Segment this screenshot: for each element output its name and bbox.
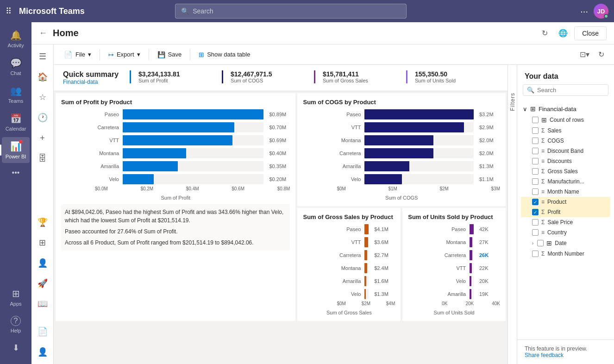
sidebar-item-apps[interactable]: ⊞ Apps [2,284,30,310]
grid-icon[interactable]: ⠿ [6,6,12,16]
share-feedback-link[interactable]: Share feedback [525,352,564,358]
avatar[interactable]: JD [594,4,608,19]
pbi-panel: Quick summary Financial-data $3,234,133.… [54,65,507,364]
yd-field-gross-sales[interactable]: Σ Gross Sales [521,166,610,176]
search-input[interactable] [193,7,401,15]
bar-label: Amarilla [436,291,466,297]
yd-field-country[interactable]: ≡ Country [521,227,610,238]
more-options-icon[interactable]: ··· [580,6,588,17]
yd-search-input[interactable] [537,87,614,94]
grid-nav-icon[interactable]: ⊞ [34,234,51,251]
bookmark-nav-icon[interactable]: ☆ [34,89,51,106]
people-nav-icon[interactable]: 👤 [34,255,51,271]
clock-nav-icon[interactable]: 🕐 [34,109,51,126]
apps-icon: ⊞ [12,288,20,299]
field-label: Sales [547,127,561,134]
date-checkbox[interactable] [537,240,544,246]
home-nav-icon[interactable]: 🏠 [34,69,51,85]
user-nav-icon[interactable]: 👤 [34,344,51,360]
yd-field-sales[interactable]: Σ Sales [521,126,610,136]
bar-value: 27K [479,239,500,245]
toolbar: 📄 File ▾ ↦ Export ▾ 💾 Save [54,44,614,65]
book-nav-icon[interactable]: 📖 [34,295,51,312]
yd-field-month-name[interactable]: ≡ Month Name [521,187,610,197]
yd-field-count[interactable]: ⊞ Count of rows [521,114,610,126]
qs-subtitle: Financial-data [63,79,119,85]
yd-field-date[interactable]: › ⊞ Date [521,238,610,249]
back-button[interactable]: ← [39,28,47,38]
export-button[interactable]: ↦ Export ▾ [104,48,145,61]
manufacturing-checkbox[interactable] [532,178,539,185]
save-button[interactable]: 💾 Save [153,48,187,61]
discounts-checkbox[interactable] [532,158,539,164]
yd-field-profit[interactable]: ✓ Σ Profit [521,207,610,217]
discount-band-checkbox[interactable] [532,148,539,154]
month-number-checkbox[interactable] [532,251,539,257]
global-search[interactable]: 🔍 [175,4,407,19]
profit-checkbox[interactable]: ✓ [532,209,539,215]
yd-field-sale-price[interactable]: Σ Sale Price [521,217,610,227]
sidebar-item-download[interactable]: ⬇ [2,339,30,357]
sidebar-item-calendar[interactable]: 📅 Calendar [2,109,30,135]
qs-metric-cogs: $12,467,971.5 Sum of COGS [222,70,314,83]
field-icon: ≡ [541,148,545,154]
view-button[interactable]: ⊡▾ [577,47,592,62]
sidebar-item-label: Help [11,328,21,333]
gross-x-ticks: $0M$2M$4M [303,299,395,306]
bar-track [364,276,369,286]
globe-button[interactable]: 🌐 [556,26,570,41]
bar-value: $2.0M [479,151,500,156]
report-nav-icon[interactable]: 📄 [34,323,51,340]
rocket-nav-icon[interactable]: 🚀 [34,275,51,292]
refresh-report-button[interactable]: ↻ [594,47,608,62]
yd-field-discounts[interactable]: ≡ Discounts [521,156,610,166]
units-chart-card: Sum of Units Sold by Product Product Pas… [402,208,506,321]
sidebar-item-help[interactable]: ? Help [2,312,30,337]
yd-field-cogs[interactable]: Σ COGS [521,136,610,146]
bar-row-paseo-profit: Paseo $0.89M [89,109,290,119]
bar-value: 19K [479,291,500,297]
dataset-name: Financial-data [539,106,576,113]
sidebar-item-chat[interactable]: 💬 Chat [2,54,30,80]
yd-field-product[interactable]: ✓ ≡ Product [521,197,610,207]
qs-title-area: Quick summary Financial-data [63,70,119,85]
plus-nav-icon[interactable]: + [34,130,51,146]
cogs-checkbox[interactable] [532,138,539,144]
bar-label: Amarilla [331,163,361,169]
filter-toggle[interactable]: Filters [507,65,517,364]
country-checkbox[interactable] [532,229,539,236]
yd-field-manufacturing[interactable]: Σ Manufacturin... [521,176,610,187]
count-checkbox[interactable] [532,117,539,123]
bar-row: VTT $3.6M [331,237,395,247]
search-icon: 🔍 [527,87,534,94]
hamburger-button[interactable]: ☰ [34,48,51,65]
yd-field-month-number[interactable]: Σ Month Number [521,249,610,259]
sales-checkbox[interactable] [532,127,539,134]
field-label: Country [547,229,567,236]
sidebar-item-more[interactable]: ••• [2,165,30,181]
yd-dataset-header[interactable]: ∨ ⊞ Financial-data [521,103,610,114]
profit-bars: Paseo $0.89M Carretera $0.70M [89,109,290,184]
bar-label: VTT [436,265,466,271]
trophy-nav-icon[interactable]: 🏆 [34,214,51,231]
gross-sales-checkbox[interactable] [532,168,539,175]
close-button[interactable]: Close [574,26,607,40]
sigma-icon: Σ [541,219,545,226]
sidebar-item-powerbi[interactable]: 📊 Power BI [2,137,30,163]
gross-bars: Paseo $4.1M VTT $3 [331,224,395,299]
sidebar-item-activity[interactable]: 🔔 Activity [2,26,30,52]
sale-price-checkbox[interactable] [532,219,539,226]
db-nav-icon[interactable]: 🗄 [34,150,51,167]
field-label: Date [555,240,566,246]
refresh-button[interactable]: ↻ [537,26,552,41]
product-checkbox[interactable]: ✓ [532,199,539,205]
yd-search[interactable]: 🔍 [523,84,608,96]
sidebar-item-teams[interactable]: 👥 Teams [2,82,30,107]
yd-tree: ∨ ⊞ Financial-data ⊞ Count of rows [517,100,614,339]
yd-field-discount-band[interactable]: ≡ Discount Band [521,146,610,156]
show-table-button[interactable]: ⊞ Show data table [194,48,255,61]
qs-gross-val: $15,781,411 [323,70,399,78]
field-icon: ⊞ [546,239,552,247]
file-button[interactable]: 📄 File ▾ [59,48,96,62]
month-name-checkbox[interactable] [532,188,539,195]
